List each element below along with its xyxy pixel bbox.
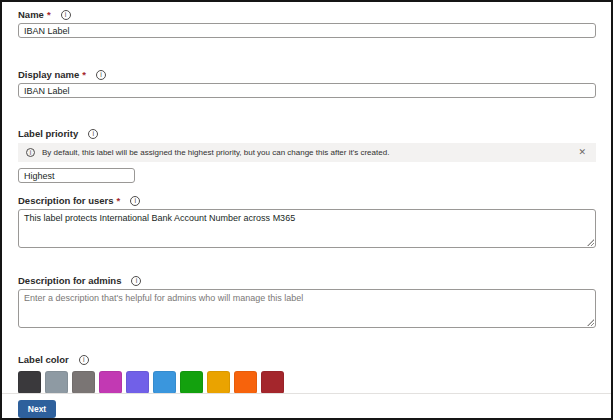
info-icon[interactable]: i <box>96 70 106 80</box>
label-color-label-text: Label color <box>18 354 69 365</box>
info-icon: i <box>26 148 35 157</box>
description-admins-textarea[interactable] <box>18 289 596 328</box>
color-swatch[interactable] <box>126 371 149 394</box>
name-input[interactable] <box>18 23 596 38</box>
color-swatch[interactable] <box>18 371 41 394</box>
color-swatch-row <box>18 371 596 394</box>
required-asterisk: * <box>47 9 51 20</box>
display-name-label: Display name * i <box>18 69 596 80</box>
color-swatch[interactable] <box>99 371 122 394</box>
display-name-input[interactable] <box>18 83 596 98</box>
info-icon[interactable]: i <box>130 196 140 206</box>
footer-divider <box>2 393 611 394</box>
info-icon[interactable]: i <box>79 355 89 365</box>
name-label: Name * i <box>18 9 596 20</box>
color-swatch[interactable] <box>207 371 230 394</box>
section-display-name: Display name * i <box>18 69 596 98</box>
label-color-label: Label color i <box>18 354 596 365</box>
display-name-label-text: Display name <box>18 69 79 80</box>
color-swatch[interactable] <box>180 371 203 394</box>
close-icon[interactable]: ✕ <box>576 146 588 159</box>
section-description-admins: Description for admins i <box>18 275 596 328</box>
priority-banner-text: By default, this label will be assigned … <box>42 148 576 157</box>
description-admins-wrap <box>18 289 596 328</box>
color-swatch[interactable] <box>72 371 95 394</box>
section-name: Name * i <box>18 9 596 38</box>
info-icon[interactable]: i <box>88 129 98 139</box>
color-swatch[interactable] <box>153 371 176 394</box>
required-asterisk: * <box>117 195 121 206</box>
label-priority-label: Label priority i <box>18 128 596 139</box>
priority-info-banner: i By default, this label will be assigne… <box>18 143 596 162</box>
name-label-text: Name <box>18 9 44 20</box>
section-description-users: Description for users * i This label pro… <box>18 195 596 248</box>
next-button[interactable]: Next <box>18 400 56 418</box>
color-swatch[interactable] <box>261 371 284 394</box>
description-users-label: Description for users * i <box>18 195 596 206</box>
color-swatch[interactable] <box>45 371 68 394</box>
label-creation-form: Name * i Display name * i Label priority… <box>0 0 613 420</box>
section-label-color: Label color i <box>18 354 596 394</box>
section-label-priority: Label priority i i By default, this labe… <box>18 128 596 183</box>
description-users-label-text: Description for users <box>18 195 114 206</box>
description-users-wrap: This label protects International Bank A… <box>18 209 596 248</box>
color-swatch[interactable] <box>234 371 257 394</box>
label-priority-input[interactable] <box>18 168 135 183</box>
form-content: Name * i Display name * i Label priority… <box>2 2 611 394</box>
info-icon[interactable]: i <box>61 10 71 20</box>
label-priority-label-text: Label priority <box>18 128 78 139</box>
description-admins-label: Description for admins i <box>18 275 596 286</box>
description-admins-label-text: Description for admins <box>18 275 121 286</box>
info-icon[interactable]: i <box>131 276 141 286</box>
required-asterisk: * <box>82 69 86 80</box>
description-users-textarea[interactable]: This label protects International Bank A… <box>18 209 596 248</box>
